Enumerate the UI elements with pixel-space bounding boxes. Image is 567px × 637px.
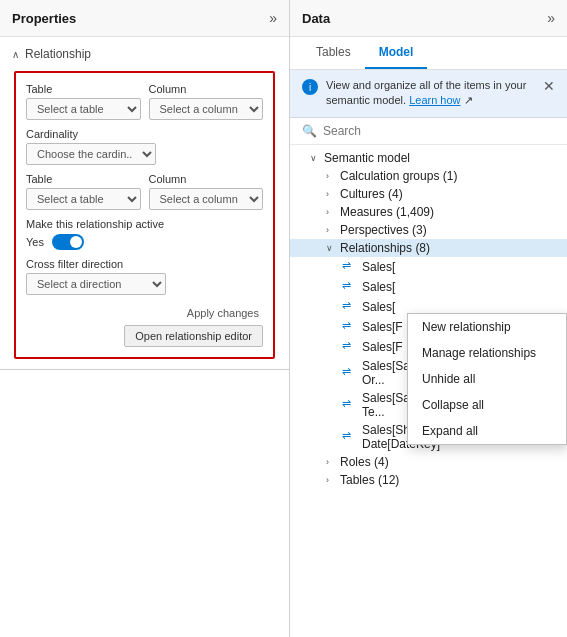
column1-select[interactable]: Select a column (149, 98, 264, 120)
rel-icon-4: ⇌ (342, 339, 358, 355)
rel-icon-7: ⇌ (342, 429, 358, 445)
column2-select[interactable]: Select a column (149, 188, 264, 210)
calc-chevron-icon: › (326, 171, 340, 181)
tree-item-relationships[interactable]: ∨ Relationships (8) (290, 239, 567, 257)
tree-item-calculation-groups[interactable]: › Calculation groups (1) (290, 167, 567, 185)
direction-select[interactable]: Select a direction (26, 273, 166, 295)
tree-item-measures[interactable]: › Measures (1,409) (290, 203, 567, 221)
column1-label: Column (149, 83, 264, 95)
toggle-yes-label: Yes (26, 236, 44, 248)
rel-icon-2: ⇌ (342, 299, 358, 315)
rel-icon-1: ⇌ (342, 279, 358, 295)
direction-row: Cross filter direction Select a directio… (26, 258, 263, 295)
info-close-button[interactable]: ✕ (543, 78, 555, 94)
cultures-chevron-icon: › (326, 189, 340, 199)
active-relationship-row: Make this relationship active Yes (26, 218, 263, 250)
active-toggle[interactable] (52, 234, 84, 250)
left-panel-header: Properties » (0, 0, 289, 37)
tree-rel-label-4: Sales[F (362, 340, 403, 354)
tree-rel-label-1: Sales[ (362, 280, 395, 294)
tree-item-label: Relationships (8) (340, 241, 430, 255)
relationships-chevron-icon: ∨ (326, 243, 340, 253)
tree-root-label: Semantic model (324, 151, 410, 165)
tree-item-label: Roles (4) (340, 455, 389, 469)
data-tabs: Tables Model (290, 37, 567, 70)
table2-select[interactable]: Select a table (26, 188, 141, 210)
info-text: View and organize all of the items in yo… (326, 78, 535, 109)
cardinality-row: Cardinality Choose the cardin... (26, 128, 263, 165)
relationship-section: ∧ Relationship Table Select a table Colu… (0, 37, 289, 370)
link-external-icon: ↗ (464, 94, 473, 106)
open-relationship-editor-button[interactable]: Open relationship editor (124, 325, 263, 347)
tree-rel-label-2: Sales[ (362, 300, 395, 314)
table1-column1-row: Table Select a table Column Select a col… (26, 83, 263, 120)
table1-label: Table (26, 83, 141, 95)
info-icon: i (302, 79, 318, 95)
table2-column2-row: Table Select a table Column Select a col… (26, 173, 263, 210)
table1-select[interactable]: Select a table (26, 98, 141, 120)
toggle-thumb (70, 236, 82, 248)
right-panel-header: Data » (290, 0, 567, 37)
column2-col: Column Select a column (149, 173, 264, 210)
root-chevron-icon: ∨ (310, 153, 324, 163)
learn-how-link[interactable]: Learn how (409, 94, 460, 106)
collapse-arrow-icon[interactable]: ∧ (12, 49, 19, 60)
tree-area: ∨ Semantic model › Calculation groups (1… (290, 145, 567, 637)
tree-item-perspectives[interactable]: › Perspectives (3) (290, 221, 567, 239)
context-menu-item-unhide[interactable]: Unhide all (408, 366, 566, 392)
left-expand-icon[interactable]: » (269, 10, 277, 26)
search-input[interactable] (323, 124, 555, 138)
search-bar: 🔍 (290, 118, 567, 145)
column2-label: Column (149, 173, 264, 185)
tree-item-label: Cultures (4) (340, 187, 403, 201)
direction-label: Cross filter direction (26, 258, 263, 270)
perspectives-chevron-icon: › (326, 225, 340, 235)
tree-rel-item-0[interactable]: ⇌ Sales[ (290, 257, 567, 277)
tree-rel-item-1[interactable]: ⇌ Sales[ (290, 277, 567, 297)
context-menu-item-expand[interactable]: Expand all (408, 418, 566, 444)
right-panel-title: Data (302, 11, 330, 26)
relationship-label: ∧ Relationship (12, 47, 277, 61)
tree-item-label: Perspectives (3) (340, 223, 427, 237)
context-menu: New relationship Manage relationships Un… (407, 313, 567, 445)
context-menu-item-new[interactable]: New relationship (408, 314, 566, 340)
rel-icon-5: ⇌ (342, 365, 358, 381)
tree-item-tables[interactable]: › Tables (12) (290, 471, 567, 489)
context-menu-item-collapse[interactable]: Collapse all (408, 392, 566, 418)
context-menu-item-manage[interactable]: Manage relationships (408, 340, 566, 366)
right-expand-icon[interactable]: » (547, 10, 555, 26)
rel-icon-6: ⇌ (342, 397, 358, 413)
tab-tables[interactable]: Tables (302, 37, 365, 69)
apply-changes-button[interactable]: Apply changes (183, 305, 263, 321)
tree-root[interactable]: ∨ Semantic model (290, 149, 567, 167)
table1-col: Table Select a table (26, 83, 141, 120)
rel-icon-0: ⇌ (342, 259, 358, 275)
cardinality-label: Cardinality (26, 128, 263, 140)
rel-icon-3: ⇌ (342, 319, 358, 335)
search-icon: 🔍 (302, 124, 317, 138)
relationship-title: Relationship (25, 47, 91, 61)
tree-rel-label-3: Sales[F (362, 320, 403, 334)
column1-col: Column Select a column (149, 83, 264, 120)
tree-item-label: Tables (12) (340, 473, 399, 487)
tree-item-label: Calculation groups (1) (340, 169, 457, 183)
roles-chevron-icon: › (326, 457, 340, 467)
tab-model[interactable]: Model (365, 37, 428, 69)
left-panel: Properties » ∧ Relationship Table Select… (0, 0, 290, 637)
relationship-form: Table Select a table Column Select a col… (14, 71, 275, 359)
toggle-row: Yes (26, 234, 263, 250)
tree-item-cultures[interactable]: › Cultures (4) (290, 185, 567, 203)
info-bar: i View and organize all of the items in … (290, 70, 567, 118)
table2-col: Table Select a table (26, 173, 141, 210)
table2-label: Table (26, 173, 141, 185)
active-label: Make this relationship active (26, 218, 263, 230)
tables-chevron-icon: › (326, 475, 340, 485)
tree-item-label: Measures (1,409) (340, 205, 434, 219)
tree-item-roles[interactable]: › Roles (4) (290, 453, 567, 471)
cardinality-select[interactable]: Choose the cardin... (26, 143, 156, 165)
action-buttons: Apply changes Open relationship editor (26, 305, 263, 347)
measures-chevron-icon: › (326, 207, 340, 217)
tree-rel-label-0: Sales[ (362, 260, 395, 274)
left-panel-title: Properties (12, 11, 76, 26)
right-panel: Data » Tables Model i View and organize … (290, 0, 567, 637)
